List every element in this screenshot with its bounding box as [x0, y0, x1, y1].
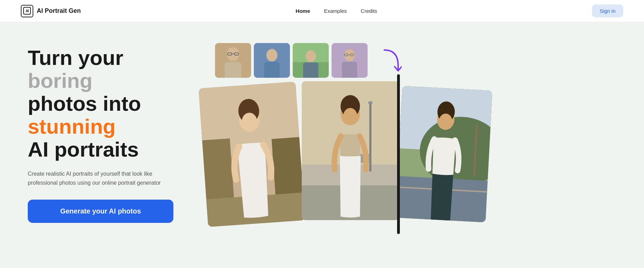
title-boring: boring — [28, 69, 93, 92]
svg-point-3 — [227, 47, 239, 61]
small-photos-row — [215, 43, 644, 78]
nav-examples[interactable]: Examples — [324, 8, 347, 14]
nav-home[interactable]: Home — [296, 8, 310, 14]
large-photos-row — [201, 85, 644, 231]
small-photo-2 — [254, 43, 290, 78]
svg-point-16 — [344, 49, 355, 61]
large-photo-1 — [198, 82, 305, 227]
hero-subtitle: Create realistic AI portraits of yoursel… — [28, 169, 166, 187]
logo-label: AI Portrait Gen — [37, 7, 81, 15]
svg-point-13 — [306, 50, 316, 62]
svg-text:AI: AI — [26, 9, 29, 13]
svg-point-9 — [266, 49, 277, 61]
logo-icon: AI — [21, 5, 33, 17]
hero-left: Turn your boring photos into stunning AI… — [0, 22, 194, 268]
hero-right — [194, 22, 644, 268]
logo-icon-text: AI — [23, 7, 31, 16]
nav-links: Home Examples Credits — [296, 8, 377, 14]
small-photo-1 — [215, 43, 251, 78]
arrow-icon — [377, 47, 402, 74]
small-photo-3 — [293, 43, 329, 78]
svg-rect-17 — [342, 62, 357, 78]
title-stunning: stunning — [28, 115, 115, 138]
black-divider — [397, 74, 400, 234]
main-content: Turn your boring photos into stunning AI… — [0, 22, 644, 268]
navbar: AI AI Portrait Gen Home Examples Credits… — [0, 0, 644, 22]
svg-rect-32 — [368, 101, 372, 104]
svg-rect-10 — [264, 62, 280, 78]
cta-button[interactable]: Generate your AI photos — [28, 200, 173, 223]
signin-button[interactable]: Sign in — [592, 5, 623, 17]
svg-rect-14 — [303, 62, 318, 78]
svg-point-37 — [343, 108, 357, 124]
small-photo-4 — [332, 43, 368, 78]
title-line2: photos into — [28, 92, 141, 115]
large-photo-2 — [302, 81, 399, 220]
svg-rect-4 — [225, 62, 241, 78]
logo-link[interactable]: AI AI Portrait Gen — [21, 5, 81, 17]
title-line1: Turn your — [28, 46, 123, 69]
large-photo-3 — [395, 86, 492, 222]
hero-title: Turn your boring photos into stunning AI… — [28, 47, 194, 161]
title-line3: AI portraits — [28, 138, 139, 161]
nav-credits[interactable]: Credits — [361, 8, 377, 14]
